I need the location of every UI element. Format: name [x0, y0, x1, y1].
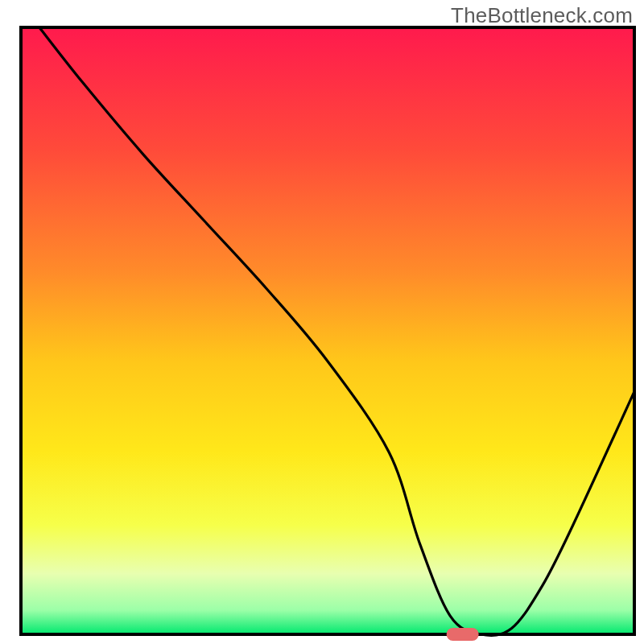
- watermark-text: TheBottleneck.com: [451, 3, 633, 28]
- optimal-marker: [447, 628, 479, 641]
- chart-container: { "watermark": "TheBottleneck.com", "cha…: [0, 0, 644, 644]
- bottleneck-chart: [0, 0, 644, 644]
